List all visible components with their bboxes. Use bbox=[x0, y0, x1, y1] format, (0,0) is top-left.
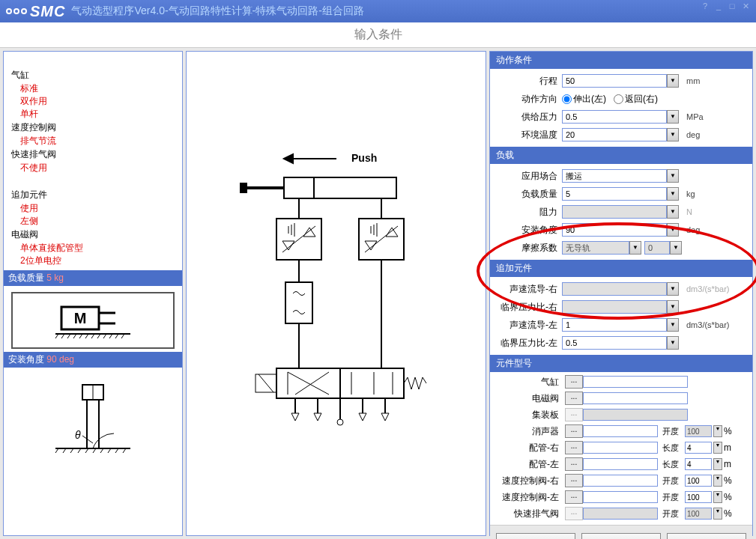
mass-dropdown[interactable]: ▼ bbox=[667, 187, 679, 201]
m-solenoid-input[interactable] bbox=[583, 392, 688, 404]
radio-in[interactable]: 返回(右) bbox=[614, 93, 658, 106]
section-action: 动作条件 bbox=[490, 52, 752, 69]
m-manifold-lookup[interactable]: ... bbox=[565, 408, 583, 421]
supply-unit: MPa bbox=[679, 112, 704, 121]
temp-dropdown[interactable]: ▼ bbox=[667, 128, 679, 141]
m-cylinder-input[interactable] bbox=[583, 376, 688, 388]
m-speed-r-open[interactable] bbox=[685, 475, 712, 487]
m-solenoid-label: 电磁阀 bbox=[498, 392, 562, 405]
tree-cylinder-double: 双作用 bbox=[11, 95, 175, 108]
pct3: % bbox=[724, 492, 732, 502]
section-addon: 追加元件 bbox=[490, 260, 752, 277]
tree-solenoid: 电磁阀 bbox=[11, 228, 175, 242]
svg-text:M: M bbox=[74, 310, 87, 326]
minimize-icon[interactable]: _ bbox=[713, 1, 725, 12]
resist-unit: N bbox=[679, 207, 692, 216]
m-speed-l-input[interactable] bbox=[583, 491, 658, 503]
m1: m bbox=[724, 442, 731, 453]
temp-input[interactable] bbox=[562, 128, 667, 141]
m-solenoid-lookup[interactable]: ... bbox=[565, 392, 583, 405]
supply-input[interactable] bbox=[562, 110, 667, 124]
m-silencer-lookup[interactable]: ... bbox=[565, 424, 583, 438]
tree-speed-exhaust: 排气节流 bbox=[11, 135, 175, 147]
temp-unit: deg bbox=[679, 130, 700, 139]
page-title: 输入条件 bbox=[0, 22, 756, 48]
resist-input bbox=[562, 205, 667, 219]
m-speed-r-open-dd[interactable]: ▼ bbox=[713, 475, 722, 487]
m-pipe-l-input[interactable] bbox=[583, 458, 658, 470]
sonic-l-label: 声速流导-左 bbox=[495, 319, 562, 332]
friction-num bbox=[644, 241, 670, 255]
stroke-unit: mm bbox=[679, 76, 700, 85]
sonic-r-label: 声速流导-右 bbox=[495, 283, 562, 296]
svg-marker-73 bbox=[359, 413, 366, 421]
svg-text:θ: θ bbox=[75, 429, 81, 441]
svg-line-65 bbox=[258, 374, 273, 392]
m-speed-l-open-dd[interactable]: ▼ bbox=[713, 491, 722, 503]
svg-marker-34 bbox=[284, 154, 293, 163]
app-dropdown[interactable]: ▼ bbox=[667, 169, 679, 183]
close-icon[interactable]: ✕ bbox=[740, 1, 752, 12]
m-speed-r-open-label: 开度 bbox=[662, 475, 683, 487]
svg-marker-67 bbox=[291, 413, 299, 421]
m-silencer-label: 消声器 bbox=[498, 425, 562, 438]
m-quick-label: 快速排气阀 bbox=[498, 508, 562, 520]
m-speed-r-input[interactable] bbox=[583, 475, 658, 487]
m-quick-lookup[interactable]: ... bbox=[565, 507, 583, 520]
svg-line-59 bbox=[288, 372, 329, 395]
mass-input[interactable] bbox=[562, 187, 667, 201]
logo-text: SMC bbox=[30, 3, 65, 20]
sonic-l-input[interactable] bbox=[562, 318, 667, 332]
maximize-icon[interactable]: □ bbox=[726, 1, 738, 12]
supply-dropdown[interactable]: ▼ bbox=[667, 110, 679, 124]
m-speed-l-open-label: 开度 bbox=[662, 492, 683, 503]
crit-l-dropdown[interactable]: ▼ bbox=[667, 336, 679, 350]
titlebar: SMC 气动选型程序Ver4.0-气动回路特性计算-特殊气动回路-组合回路 ? … bbox=[0, 0, 756, 22]
radio-out[interactable]: 伸出(左) bbox=[562, 93, 606, 106]
svg-marker-75 bbox=[381, 413, 389, 421]
m-pipe-r-lookup[interactable]: ... bbox=[565, 441, 583, 454]
m-speed-l-lookup[interactable]: ... bbox=[565, 490, 583, 504]
pct4: % bbox=[724, 508, 732, 519]
tree-quick-none: 不使用 bbox=[11, 162, 175, 174]
crit-l-input[interactable] bbox=[562, 336, 667, 350]
m-cylinder-label: 气缸 bbox=[498, 376, 562, 389]
m-pipe-r-len-dd[interactable]: ▼ bbox=[713, 442, 722, 454]
angle-input[interactable] bbox=[562, 223, 667, 237]
app-input[interactable] bbox=[562, 169, 667, 183]
m-cylinder-lookup[interactable]: ... bbox=[565, 375, 583, 389]
svg-text:Push: Push bbox=[351, 152, 377, 164]
m-silencer-open bbox=[685, 425, 712, 437]
tree-addon: 追加元件 bbox=[11, 188, 175, 202]
svg-marker-49 bbox=[386, 228, 398, 237]
stroke-input[interactable] bbox=[562, 74, 667, 88]
m-silencer-input[interactable] bbox=[583, 425, 658, 437]
m-quick-open-dd: ▼ bbox=[713, 508, 722, 520]
back-button[interactable]: ⬅ 返回 bbox=[496, 533, 575, 539]
m-pipe-l-len[interactable] bbox=[685, 458, 712, 470]
help-icon[interactable]: ? bbox=[699, 1, 711, 12]
calc-button[interactable]: 开始特性计算 bbox=[581, 533, 661, 539]
m-manifold-input bbox=[583, 409, 688, 421]
left-panel: 气缸 标准 双作用 单杆 速度控制阀 排气节流 快速排气阀 不使用 追加元件 使… bbox=[3, 51, 183, 536]
m-pipe-l-label: 配管-左 bbox=[498, 458, 562, 471]
resist-label: 阻力 bbox=[495, 206, 562, 219]
m-pipe-r-len[interactable] bbox=[685, 442, 712, 454]
m-pipe-l-lookup[interactable]: ... bbox=[565, 457, 583, 471]
window-title: 气动选型程序Ver4.0-气动回路特性计算-特殊气动回路-组合回路 bbox=[71, 4, 363, 18]
svg-line-60 bbox=[295, 372, 329, 395]
tree-cylinder-single: 单杆 bbox=[11, 108, 175, 121]
stroke-dropdown[interactable]: ▼ bbox=[667, 74, 679, 88]
install-angle-header: 安装角度 90 deg bbox=[4, 352, 182, 368]
sonic-l-dropdown[interactable]: ▼ bbox=[667, 318, 679, 332]
m-pipe-r-input[interactable] bbox=[583, 442, 658, 454]
cancel-button[interactable]: ⬆ 取消 bbox=[667, 533, 746, 539]
m-silencer-open-label: 开度 bbox=[662, 426, 683, 437]
m-speed-r-lookup[interactable]: ... bbox=[565, 474, 583, 487]
supply-label: 供给压力 bbox=[495, 111, 562, 124]
load-mass-diagram: M bbox=[11, 292, 175, 349]
m-pipe-l-len-dd[interactable]: ▼ bbox=[713, 458, 722, 470]
angle-dropdown[interactable]: ▼ bbox=[667, 223, 679, 237]
m-speed-l-open[interactable] bbox=[685, 491, 712, 503]
m-silencer-open-dd: ▼ bbox=[713, 425, 722, 437]
